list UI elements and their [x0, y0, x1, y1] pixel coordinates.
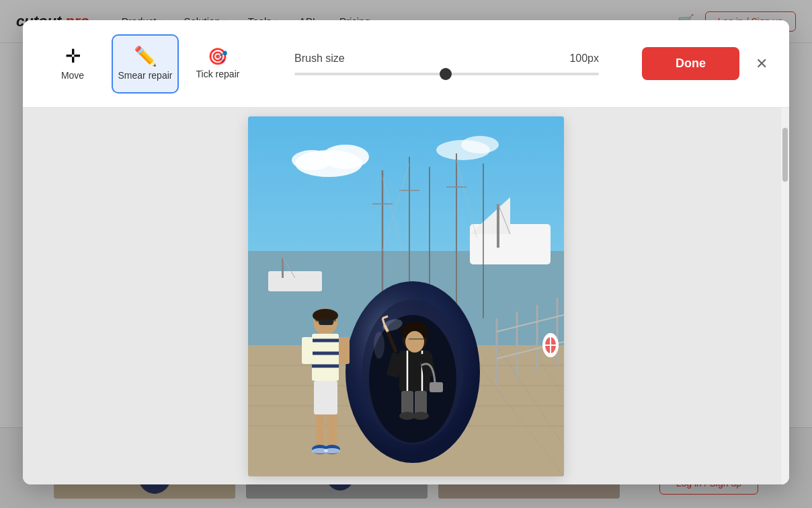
svg-rect-42	[497, 204, 499, 248]
svg-rect-45	[282, 258, 284, 278]
svg-rect-79	[415, 391, 427, 414]
modal-content	[23, 108, 789, 484]
svg-point-81	[413, 412, 429, 420]
modal-dialog: ✛ Move ✏️ Smear repair 🎯 Tick repair Bru…	[23, 20, 789, 484]
tick-repair-tool-button[interactable]: 🎯 Tick repair	[184, 34, 251, 94]
close-icon: ✕	[756, 55, 768, 72]
move-label: Move	[61, 70, 84, 81]
modal-toolbar: ✛ Move ✏️ Smear repair 🎯 Tick repair Bru…	[23, 20, 789, 108]
close-button[interactable]: ✕	[750, 51, 773, 77]
move-icon: ✛	[65, 47, 81, 66]
svg-rect-77	[430, 382, 443, 392]
svg-rect-44	[268, 271, 322, 291]
brush-size-area: Brush size 100px	[268, 52, 626, 75]
brush-size-value: 100px	[569, 52, 599, 65]
smear-label: Smear repair	[118, 70, 173, 81]
svg-rect-94	[302, 337, 313, 364]
svg-point-63	[374, 332, 384, 359]
tool-group: ✛ Move ✏️ Smear repair 🎯 Tick repair	[39, 34, 251, 94]
svg-rect-84	[319, 320, 333, 325]
done-button[interactable]: Done	[642, 47, 739, 80]
vertical-scroll-thumb[interactable]	[782, 128, 788, 182]
move-tool-button[interactable]: ✛ Move	[39, 34, 106, 94]
image-container	[248, 116, 564, 476]
vertical-scrollbar[interactable]	[781, 108, 789, 484]
brush-size-slider[interactable]	[294, 73, 599, 75]
svg-point-28	[292, 150, 332, 170]
svg-rect-78	[401, 391, 413, 414]
svg-point-75	[405, 331, 424, 353]
smear-icon: ✏️	[134, 47, 157, 66]
svg-rect-98	[327, 414, 337, 448]
svg-rect-76	[409, 338, 423, 340]
tick-icon: 🎯	[208, 48, 228, 65]
brush-size-label: Brush size	[294, 52, 345, 65]
svg-rect-95	[339, 337, 350, 364]
brush-size-header: Brush size 100px	[294, 52, 599, 65]
svg-rect-97	[315, 414, 325, 448]
tick-label: Tick repair	[196, 69, 240, 79]
svg-rect-96	[314, 381, 337, 414]
svg-point-102	[324, 448, 340, 453]
svg-point-30	[461, 136, 499, 153]
smear-repair-tool-button[interactable]: ✏️ Smear repair	[112, 34, 179, 94]
